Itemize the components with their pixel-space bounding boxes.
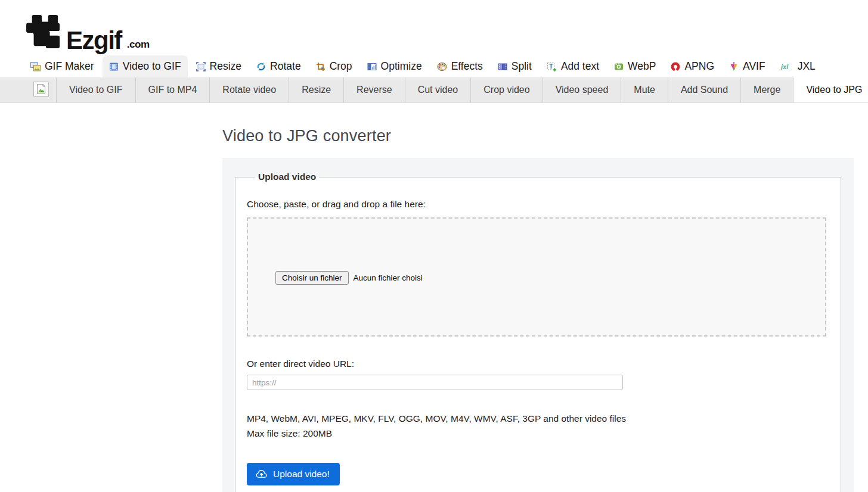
sub-nav-cut-video[interactable]: Cut video: [405, 77, 472, 102]
upload-video-button[interactable]: Upload video!: [247, 463, 340, 485]
main-nav-video-to-gif[interactable]: Video to GIF: [103, 55, 188, 77]
main-nav-label: AVIF: [743, 60, 765, 73]
cloud-upload-icon: [255, 468, 268, 480]
optimize-icon: [367, 62, 377, 71]
ezgif-pixel-glyph-icon: [26, 15, 61, 51]
upload-fieldset: Upload video Choose, paste, or drag and …: [235, 172, 841, 492]
main-nav-resize[interactable]: Resize: [190, 55, 249, 77]
content-panel: Upload video Choose, paste, or drag and …: [222, 158, 854, 492]
sub-nav-crop-video[interactable]: Crop video: [471, 77, 542, 102]
sub-nav-label: Cut video: [418, 85, 458, 95]
photos-icon: [30, 62, 41, 71]
site-header: Ezgif .com: [0, 0, 868, 55]
main-nav-label: Add text: [561, 60, 599, 73]
main-nav-label: JXL: [798, 60, 816, 73]
upload-legend: Upload video: [255, 172, 319, 182]
sub-nav-reverse[interactable]: Reverse: [344, 77, 405, 102]
supported-formats-text: MP4, WebM, AVI, MPEG, MKV, FLV, OGG, MOV…: [247, 413, 829, 424]
sub-nav-label: Video speed: [556, 85, 609, 95]
sub-nav-gif-to-mp4[interactable]: GIF to MP4: [136, 77, 210, 102]
resize-icon: [196, 62, 206, 71]
main-nav: GIF Maker Video to GIF: [24, 55, 868, 77]
main-nav-label: Effects: [451, 60, 483, 73]
main-nav-avif[interactable]: AVIF: [723, 55, 772, 77]
main-nav-rotate[interactable]: Rotate: [250, 55, 308, 77]
sub-nav-mute[interactable]: Mute: [621, 77, 668, 102]
logo[interactable]: Ezgif .com: [26, 15, 150, 51]
file-status-text: Aucun fichier choisi: [354, 273, 423, 282]
sub-nav-resize[interactable]: Resize: [289, 77, 344, 102]
sub-nav-add-sound[interactable]: Add Sound: [668, 77, 741, 102]
main-nav-label: Crop: [330, 60, 352, 73]
upload-button-label: Upload video!: [273, 469, 330, 479]
logo-tld: .com: [127, 39, 150, 51]
sub-nav-label: Merge: [754, 85, 780, 95]
max-file-size-text: Max file size: 200MB: [247, 428, 829, 439]
main-nav-gif-maker[interactable]: GIF Maker: [24, 55, 101, 77]
main-nav-label: GIF Maker: [45, 60, 94, 73]
file-input-row: Choisir un fichier Aucun fichier choisi: [275, 271, 825, 285]
sub-nav: Video to GIF GIF to MP4 Rotate video Res…: [0, 77, 868, 103]
sub-nav-video-speed[interactable]: Video speed: [543, 77, 622, 102]
main-nav-label: Video to GIF: [123, 60, 181, 73]
sub-nav-label: GIF to MP4: [148, 85, 197, 95]
main-nav-crop[interactable]: Crop: [309, 55, 359, 77]
webp-icon: [614, 62, 624, 71]
choose-file-label: Choose, paste, or drag and drop a file h…: [247, 199, 829, 210]
main-nav-jxl[interactable]: jxl JXL: [774, 55, 822, 77]
sub-nav-label: Video to GIF: [69, 85, 123, 95]
sub-nav-rotate-video[interactable]: Rotate video: [210, 77, 289, 102]
sub-nav-label: Add Sound: [681, 85, 728, 95]
svg-text:jxl: jxl: [780, 63, 789, 70]
main-nav-optimize[interactable]: Optimize: [361, 55, 429, 77]
sub-nav-label: Video to JPG: [806, 85, 862, 95]
sub-nav-video-to-gif[interactable]: Video to GIF: [57, 77, 136, 102]
add-text-icon: T: [547, 62, 557, 71]
video-url-input[interactable]: [247, 375, 623, 390]
sub-nav-merge[interactable]: Merge: [741, 77, 793, 102]
main-nav-label: Rotate: [270, 60, 301, 73]
sub-nav-label: Reverse: [356, 85, 392, 95]
main-nav-label: WebP: [628, 60, 656, 73]
filmstrip-icon: [109, 62, 119, 71]
rotate-icon: [256, 62, 266, 71]
file-dropzone[interactable]: Choisir un fichier Aucun fichier choisi: [247, 217, 826, 337]
main-nav-effects[interactable]: Effects: [430, 55, 489, 77]
sub-nav-label: Mute: [634, 85, 655, 95]
sub-nav-home[interactable]: [26, 77, 57, 102]
main-nav-label: Split: [512, 60, 532, 73]
main-nav-webp[interactable]: WebP: [607, 55, 662, 77]
url-label: Or enter direct video URL:: [247, 359, 829, 369]
main-nav-apng[interactable]: APNG: [664, 55, 721, 77]
svg-text:T: T: [549, 63, 553, 69]
main-nav-label: Optimize: [381, 60, 422, 73]
jxl-icon: jxl: [780, 62, 793, 71]
sub-nav-label: Crop video: [483, 85, 529, 95]
palette-icon: [437, 62, 447, 71]
sub-nav-label: Rotate video: [222, 85, 276, 95]
sub-nav-label: Resize: [302, 85, 331, 95]
crop-icon: [316, 62, 326, 71]
main-nav-add-text[interactable]: T Add text: [540, 55, 606, 77]
main-nav-label: Resize: [210, 60, 242, 73]
choose-file-button[interactable]: Choisir un fichier: [275, 271, 349, 285]
main-nav-label: APNG: [684, 60, 714, 73]
logo-wordmark: Ezgif: [66, 30, 122, 51]
avif-icon: [729, 62, 739, 71]
page-title: Video to JPG converter: [222, 127, 868, 145]
broken-image-icon: [33, 82, 49, 99]
split-icon: [498, 62, 507, 71]
sub-nav-video-to-jpg[interactable]: Video to JPG: [793, 77, 868, 102]
apng-icon: [671, 62, 680, 71]
main-nav-split[interactable]: Split: [491, 55, 538, 77]
